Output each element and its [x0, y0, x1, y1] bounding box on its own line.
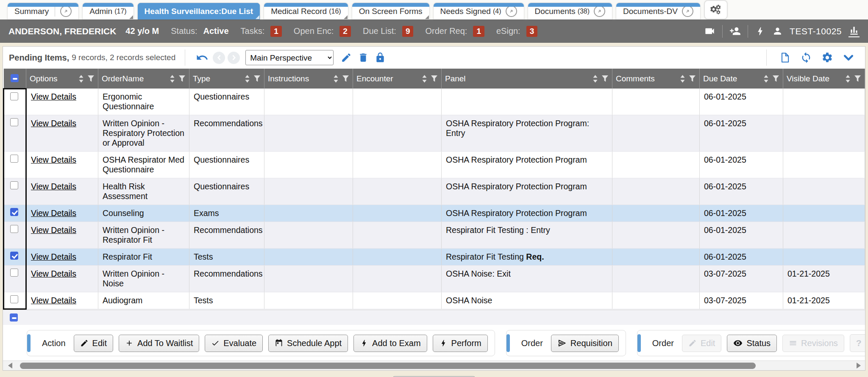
row-checkbox[interactable] — [10, 269, 18, 277]
perform-button[interactable]: Perform — [433, 335, 488, 352]
filter-icon[interactable] — [178, 75, 186, 82]
table-row-selected[interactable]: View Details Counseling Exams OSHA Respi… — [4, 205, 865, 222]
view-details-link[interactable]: View Details — [31, 155, 76, 164]
view-details-link[interactable]: View Details — [31, 225, 76, 235]
row-checkbox[interactable] — [10, 118, 18, 126]
edit-button[interactable]: Edit — [74, 335, 113, 352]
filter-icon[interactable] — [772, 75, 779, 82]
tab-documents[interactable]: Documents (38) — [528, 3, 612, 19]
open-in-new-icon[interactable] — [506, 6, 517, 17]
view-details-link[interactable]: View Details — [31, 269, 76, 278]
sort-icon[interactable] — [593, 75, 598, 83]
add-to-exam-button[interactable]: Add to Exam — [353, 335, 427, 352]
row-checkbox[interactable] — [10, 155, 18, 163]
due-list-badge[interactable]: 9 — [402, 26, 414, 37]
table-row[interactable]: View Details OSHA Respirator Med Questio… — [4, 152, 865, 178]
bolt-icon — [360, 339, 368, 347]
schedule-appt-button[interactable]: Schedule Appt — [268, 335, 348, 352]
horizontal-scrollbar[interactable] — [3, 360, 865, 370]
view-details-link[interactable]: View Details — [31, 208, 76, 218]
scrollbar-thumb[interactable] — [20, 363, 756, 369]
filter-icon[interactable] — [342, 75, 349, 82]
group-label: Order — [521, 338, 543, 348]
evaluate-button[interactable]: Evaluate — [205, 335, 263, 352]
tab-summary[interactable]: Summary — [8, 3, 78, 19]
tab-corner-fold — [256, 15, 259, 19]
delete-perspective-trash-icon[interactable] — [358, 52, 369, 63]
scroll-right-arrow[interactable] — [857, 363, 861, 369]
page-next-icon[interactable] — [228, 52, 240, 64]
open-in-new-icon[interactable] — [682, 6, 693, 17]
scroll-left-arrow[interactable] — [8, 363, 12, 369]
open-in-new-icon[interactable] — [594, 6, 605, 17]
table-row[interactable]: View Details Health Risk Assessment Ques… — [4, 178, 865, 205]
view-details-link[interactable]: View Details — [31, 92, 76, 101]
open-in-new-icon[interactable] — [60, 6, 72, 17]
row-checkbox-checked[interactable] — [10, 252, 18, 260]
table-row[interactable]: View Details Ergonomic Questionnaire Que… — [4, 89, 865, 115]
view-details-link[interactable]: View Details — [31, 119, 76, 128]
sort-icon[interactable] — [422, 75, 427, 83]
lightning-bolt-icon[interactable] — [755, 26, 765, 36]
new-document-icon[interactable] — [779, 52, 791, 64]
row-checkbox[interactable] — [10, 225, 18, 233]
due-date-cell: 03-07-2025 — [700, 266, 783, 292]
edit-perspective-pencil-icon[interactable] — [341, 52, 352, 63]
filter-icon[interactable] — [87, 75, 95, 82]
tab-documents-dv[interactable]: Documents-DV — [616, 3, 700, 19]
refresh-icon[interactable] — [800, 52, 812, 64]
user-icon[interactable] — [772, 26, 783, 36]
row-checkbox[interactable] — [10, 181, 18, 189]
tab-needs-signed[interactable]: Needs Signed (4) — [434, 3, 524, 19]
collapse-chevron-icon[interactable] — [843, 52, 854, 64]
filter-icon[interactable] — [854, 75, 861, 82]
page-previous-icon[interactable] — [213, 52, 225, 64]
video-camera-icon[interactable] — [704, 25, 715, 37]
tab-health-surveillance-due-list[interactable]: Health Surveillance:Due List — [138, 3, 260, 19]
sort-icon[interactable] — [333, 75, 339, 83]
view-details-link[interactable]: View Details — [31, 296, 76, 305]
status-button[interactable]: Status — [727, 335, 777, 352]
tab-admin[interactable]: Admin (17) — [83, 3, 133, 19]
encounter-cell — [353, 152, 442, 178]
footer-select-all-checkbox[interactable] — [10, 313, 18, 322]
filter-icon[interactable] — [253, 75, 261, 82]
requisition-button[interactable]: Requisition — [551, 335, 619, 352]
table-row[interactable]: View Details Written Opinion - Respirato… — [4, 115, 865, 152]
filter-icon[interactable] — [431, 75, 438, 82]
perspective-select[interactable]: Main Perspective — [245, 50, 334, 65]
tab-on-screen-forms[interactable]: On Screen Forms — [352, 3, 429, 19]
filter-icon[interactable] — [689, 75, 696, 82]
checkbox-cell — [4, 89, 26, 115]
sort-icon[interactable] — [245, 75, 250, 83]
table-row-selected[interactable]: View Details Respirator Fit Tests Respir… — [4, 249, 865, 266]
settings-gear-icon[interactable] — [821, 52, 833, 64]
bar-chart-icon[interactable] — [849, 25, 860, 37]
open-enc-badge[interactable]: 2 — [339, 26, 351, 37]
row-checkbox[interactable] — [10, 92, 18, 100]
row-checkbox-checked[interactable] — [10, 208, 18, 216]
view-details-link[interactable]: View Details — [31, 182, 76, 191]
undo-icon[interactable] — [196, 51, 209, 64]
filter-icon[interactable] — [601, 75, 609, 82]
person-add-icon[interactable] — [729, 25, 741, 37]
select-all-checkbox[interactable] — [11, 74, 19, 82]
tab-medical-record[interactable]: Medical Record (16) — [264, 3, 348, 19]
sort-icon[interactable] — [680, 75, 685, 83]
tab-settings-cogs-button[interactable] — [704, 0, 727, 19]
table-row[interactable]: View Details Written Opinion - Noise Rec… — [4, 266, 865, 292]
panel-cell: OSHA Respiratory Protection Program — [442, 205, 612, 222]
sort-icon[interactable] — [170, 75, 175, 83]
sort-icon[interactable] — [845, 75, 851, 83]
esign-badge[interactable]: 3 — [526, 26, 538, 37]
tasks-badge[interactable]: 1 — [270, 26, 282, 37]
lock-perspective-icon[interactable] — [375, 52, 386, 63]
row-checkbox[interactable] — [10, 295, 18, 303]
sort-icon[interactable] — [763, 75, 769, 83]
add-to-waitlist-button[interactable]: Add To Waitlist — [119, 335, 199, 352]
order-req-badge[interactable]: 1 — [473, 26, 484, 37]
table-row[interactable]: View Details Audiogram Tests OSHA Noise … — [4, 292, 865, 309]
view-details-link[interactable]: View Details — [31, 252, 76, 261]
sort-icon[interactable] — [78, 75, 84, 83]
table-row[interactable]: View Details Written Opinion - Respirato… — [4, 222, 865, 249]
